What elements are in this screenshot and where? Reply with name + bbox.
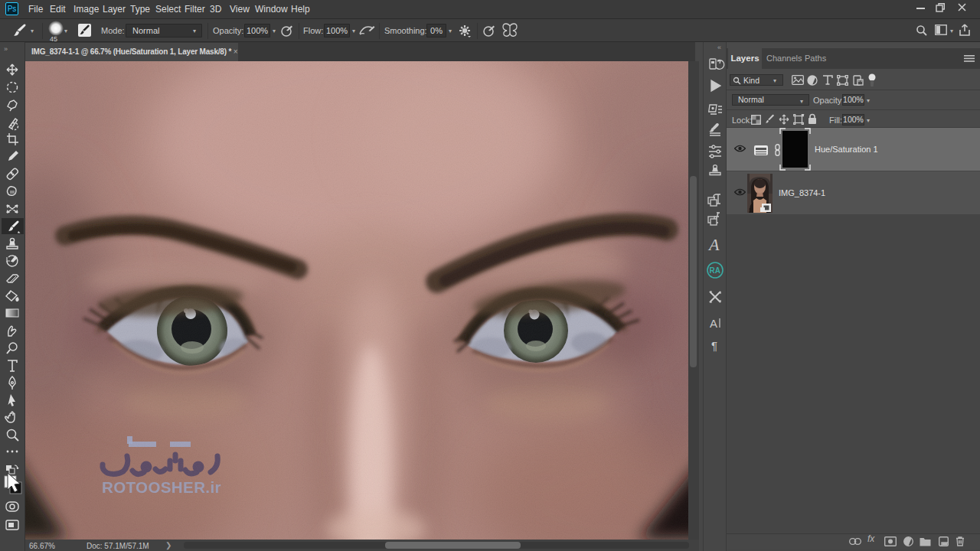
svg-text:«: « <box>717 44 721 51</box>
svg-text:A: A <box>707 235 720 254</box>
svg-text:»: » <box>4 45 8 53</box>
svg-text:RA: RA <box>710 266 720 275</box>
svg-text:¶: ¶ <box>711 339 717 352</box>
svg-text:A: A <box>710 317 717 330</box>
